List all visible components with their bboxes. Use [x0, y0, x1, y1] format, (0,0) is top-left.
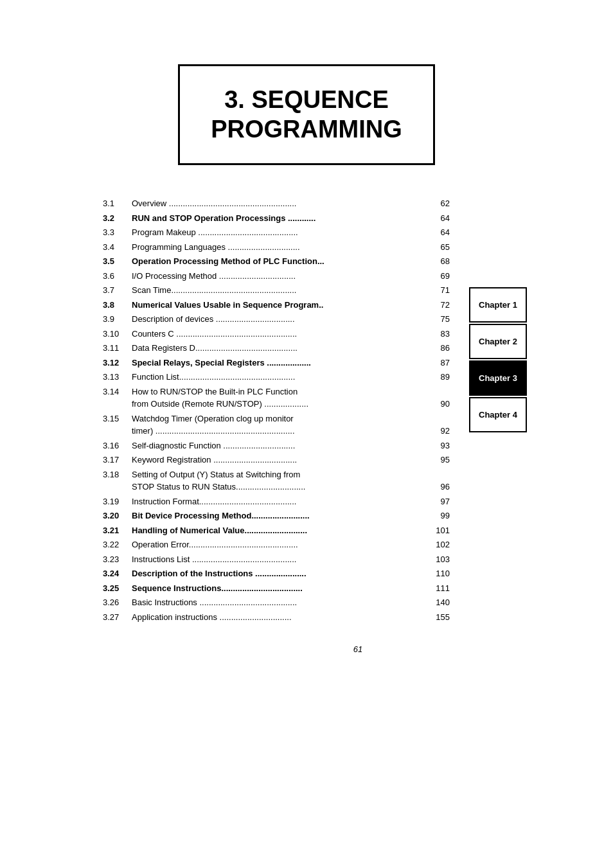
chapter-title-box: 3. SEQUENCE PROGRAMMING: [178, 64, 435, 165]
toc-entry: 3.10Counters C .........................…: [103, 328, 450, 341]
chapter-title: 3. SEQUENCE PROGRAMMING: [206, 85, 407, 144]
page-container: 3. SEQUENCE PROGRAMMING 3.1Overview ....…: [0, 0, 613, 868]
toc-entry: 3.25Sequence Instructions...............…: [103, 582, 450, 595]
toc-entry: 3.5Operation Processing Method of PLC Fu…: [103, 255, 450, 268]
sidebar: Chapter 1Chapter 2Chapter 3Chapter 4: [463, 197, 527, 625]
toc-entry: 3.26Basic Instructions .................…: [103, 596, 450, 609]
toc-entry: 3.17Keyword Registration ...............…: [103, 454, 450, 466]
toc-entry: 3.1Overview ............................…: [103, 197, 450, 210]
toc-entry: 3.12Special Relays, Special Registers ..…: [103, 357, 450, 369]
toc-entry: 3.8Numerical Values Usable in Sequence P…: [103, 299, 450, 312]
page-number: 61: [103, 644, 613, 654]
toc-entry: 3.19Instruction Format..................…: [103, 495, 450, 508]
toc-section: 3.1Overview ............................…: [103, 197, 463, 625]
toc-entry: 3.20Bit Device Processing Method........…: [103, 509, 450, 522]
toc-entry: 3.3Program Makeup ......................…: [103, 226, 450, 239]
toc-entry: 3.9Description of devices ..............…: [103, 313, 450, 326]
toc-entry: 3.23Instructions List ..................…: [103, 553, 450, 566]
toc-entry: 3.11Data Registers D....................…: [103, 342, 450, 355]
toc-entry-multiline: 3.15Watchdog Timer (Operation clog up mo…: [103, 412, 450, 438]
content-area: 3.1Overview ............................…: [103, 197, 613, 625]
toc-entry: 3.22Operation Error.....................…: [103, 538, 450, 551]
chapter-tab-2[interactable]: Chapter 2: [469, 324, 527, 359]
toc-entry: 3.4Programming Languages ...............…: [103, 241, 450, 254]
chapter-tab-4[interactable]: Chapter 4: [469, 397, 527, 432]
toc-entry: 3.24Description of the Instructions ....…: [103, 567, 450, 580]
toc-entry: 3.27Application instructions ...........…: [103, 611, 450, 624]
toc-entry: 3.21Handling of Numerical Value.........…: [103, 524, 450, 537]
toc-entry: 3.16Self-diagnostic Function ...........…: [103, 439, 450, 452]
chapter-tab-3[interactable]: Chapter 3: [469, 360, 527, 396]
toc-entry: 3.6I/O Processing Method ...............…: [103, 270, 450, 283]
toc-entry-multiline: 3.14How to RUN/STOP the Built-in PLC Fun…: [103, 385, 450, 411]
toc-entry: 3.2RUN and STOP Operation Processings ..…: [103, 212, 450, 225]
toc-entry-multiline: 3.18Setting of Output (Y) Status at Swit…: [103, 468, 450, 493]
toc-entry: 3.7Scan Time............................…: [103, 284, 450, 297]
toc-entry: 3.13Function List.......................…: [103, 371, 450, 384]
chapter-tab-1[interactable]: Chapter 1: [469, 287, 527, 323]
